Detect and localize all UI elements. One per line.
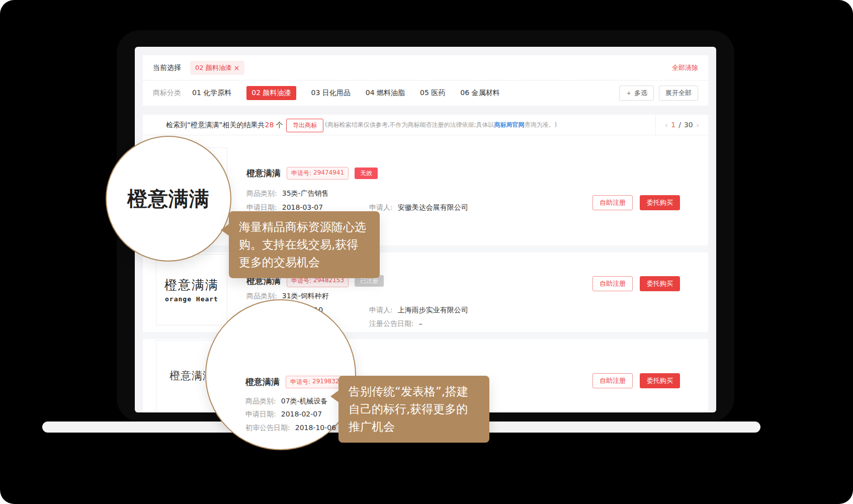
- row1-actions: 自助注册 委托购买: [592, 195, 680, 210]
- selected-filter-tag[interactable]: 02 颜料油漆 ×: [190, 61, 244, 75]
- results-summary-prefix: 检索到“橙意满满”相关的结果共: [166, 121, 265, 129]
- results-summary-suffix: 个: [274, 121, 283, 129]
- self-register-button[interactable]: 自助注册: [592, 195, 633, 210]
- filter-card: 当前选择 02 颜料油漆 × 全部清除 商标分类 01 化学原料 02 颜料油漆…: [143, 55, 708, 106]
- current-page: 1: [671, 121, 675, 129]
- close-icon[interactable]: ×: [234, 64, 240, 71]
- detail-publication-row3: 初审公告日期: 2018-10-06: [245, 424, 336, 433]
- mockup-stage: 当前选择 02 颜料油漆 × 全部清除 商标分类 01 化学原料 02 颜料油漆…: [0, 0, 853, 504]
- category-item-03[interactable]: 03 日化用品: [311, 89, 351, 98]
- magnifier-circle-row1: 橙意满满: [106, 136, 231, 262]
- category-filter-label: 商标分类: [153, 89, 181, 98]
- expand-all-button[interactable]: 展开全部: [659, 86, 698, 101]
- tooltip-promotion: 告别传统“发表格”,搭建自己的标行,获得更多的推广机会: [338, 376, 489, 443]
- row2-actions: 自助注册 委托购买: [592, 276, 680, 291]
- trademark-image-text: 橙意满满: [164, 277, 219, 293]
- category-item-06[interactable]: 06 金属材料: [460, 89, 499, 98]
- magnified-trademark-text: 橙意满满: [127, 185, 210, 213]
- status-badge-invalid: 无效: [355, 167, 378, 179]
- total-pages: 30: [684, 121, 693, 129]
- category-item-01[interactable]: 01 化学原料: [192, 89, 231, 98]
- current-selection-label: 当前选择: [153, 63, 181, 72]
- self-register-button[interactable]: 自助注册: [592, 373, 633, 388]
- prev-page-icon[interactable]: ‹: [665, 120, 668, 130]
- magnifier-circle-row3: 橙意满满 申请号:29198321 商品类别: 07类-机械设备 申请日期: 2…: [205, 299, 356, 450]
- application-number-pill: 申请号:29474941: [287, 167, 349, 180]
- results-summary: 检索到“橙意满满”相关的结果共28 个: [166, 115, 283, 135]
- trademark-image-subtext: orange Heart: [165, 295, 218, 303]
- results-count: 28: [265, 121, 274, 129]
- trademark-image-row2: 橙意满满 orange Heart: [156, 254, 227, 325]
- trademark-name: 橙意满满: [246, 167, 281, 179]
- pagination: ‹ 1 / 30 ›: [655, 115, 708, 135]
- row-separator: [143, 245, 708, 253]
- trademark-name: 橙意满满: [245, 376, 280, 388]
- detail-date-row3: 申请日期: 2018-02-07: [245, 410, 322, 419]
- multi-select-button[interactable]: ＋ 多选: [619, 86, 654, 101]
- selected-filter-tag-label: 02 颜料油漆: [195, 63, 232, 72]
- self-register-button[interactable]: 自助注册: [592, 276, 633, 291]
- tooltip-arrow-icon: [221, 223, 230, 236]
- results-header: 检索到“橙意满满”相关的结果共28 个 导出商标 (商标检索结果仅供参考,不作为…: [143, 115, 708, 135]
- trademark-title-row3: 橙意满满 申请号:29198321: [245, 376, 348, 388]
- next-page-icon[interactable]: ›: [696, 120, 699, 130]
- category-row: 商标分类 01 化学原料 02 颜料油漆 03 日化用品 04 燃料油脂 05 …: [143, 80, 708, 106]
- entrust-purchase-button[interactable]: 委托购买: [640, 276, 680, 291]
- category-item-05[interactable]: 05 医药: [420, 89, 445, 98]
- detail-category-row3: 商品类别: 07类-机械设备: [245, 397, 328, 406]
- detail-category-row1: 商品类别: 35类-广告销售: [246, 189, 329, 198]
- export-trademarks-button[interactable]: 导出商标: [286, 119, 323, 132]
- tooltip-arrow-icon: [330, 390, 339, 403]
- row3-actions: 自助注册 委托购买: [592, 373, 680, 388]
- current-selection-row: 当前选择 02 颜料油漆 × 全部清除: [143, 55, 708, 80]
- tooltip-trade-resources: 海量精品商标资源随心选购。支持在线交易,获得更多的交易机会: [229, 211, 380, 278]
- category-list: 01 化学原料 02 颜料油漆 03 日化用品 04 燃料油脂 05 医药 06…: [192, 86, 500, 100]
- disclaimer-text: (商标检索结果仅供参考,不作为商标能否注册的法律依据;具体以商标局官网查询为准。…: [325, 115, 557, 135]
- trademark-title-row1: 橙意满满 申请号:29474941 无效: [246, 167, 378, 180]
- entrust-purchase-button[interactable]: 委托购买: [640, 373, 680, 388]
- category-item-02-active[interactable]: 02 颜料油漆: [246, 86, 296, 100]
- entrust-purchase-button[interactable]: 委托购买: [640, 195, 680, 210]
- trademark-office-link[interactable]: 商标局官网: [494, 121, 525, 128]
- clear-all-button[interactable]: 全部清除: [672, 63, 698, 72]
- category-item-04[interactable]: 04 燃料油脂: [366, 89, 405, 98]
